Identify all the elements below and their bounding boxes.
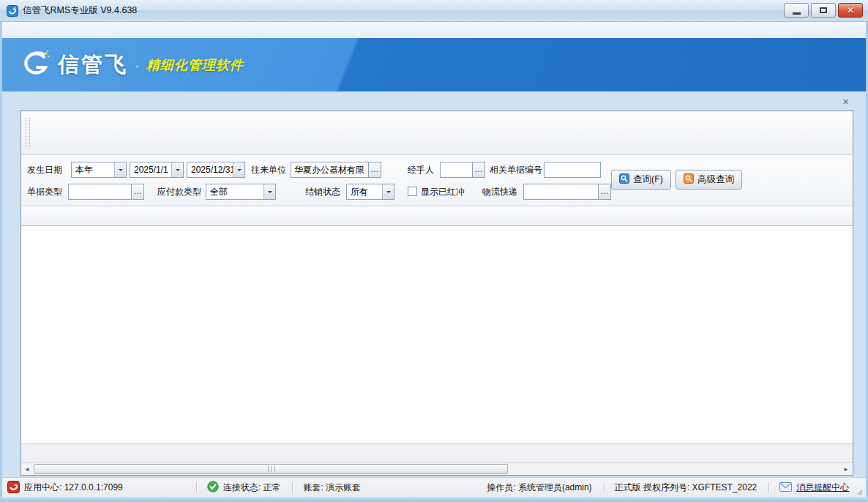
app-window: 信管飞RMS专业版 V9.4.638 ✕ 信管飞 · 精细化管理软件 × 发生日… bbox=[0, 0, 868, 502]
close-button[interactable]: ✕ bbox=[838, 3, 863, 18]
date-label: 发生日期 bbox=[27, 162, 62, 178]
status-divider bbox=[604, 482, 605, 493]
date-to-combo[interactable]: 2025/12/31 bbox=[187, 162, 245, 178]
tab-strip: × bbox=[20, 91, 853, 111]
status-divider bbox=[292, 482, 293, 493]
title-bar: 信管飞RMS专业版 V9.4.638 ✕ bbox=[0, 0, 868, 22]
payables-page: 发生日期 本年 2025/1/1 2025/12/31 往来单位 … 经手人 …… bbox=[20, 110, 853, 476]
resize-grip-icon[interactable]: ◢ bbox=[856, 486, 862, 498]
hero-banner: 信管飞 · 精细化管理软件 bbox=[2, 38, 866, 91]
status-divider bbox=[196, 482, 197, 493]
app-logo-icon bbox=[7, 5, 18, 17]
doc-type-field: … bbox=[68, 184, 144, 200]
close-icon: ✕ bbox=[847, 6, 854, 15]
advanced-search-icon bbox=[684, 173, 694, 186]
ref-no-label: 相关单据编号 bbox=[490, 162, 542, 178]
account-set-status: 账套: 演示账套 bbox=[303, 482, 361, 494]
minimize-button[interactable] bbox=[784, 3, 809, 18]
logistics-input[interactable] bbox=[523, 184, 598, 200]
scrollbar-grip-icon bbox=[268, 466, 274, 472]
doc-type-browse-button[interactable]: … bbox=[131, 184, 144, 200]
doc-type-input[interactable] bbox=[68, 184, 131, 200]
show-red-flush-checkbox[interactable] bbox=[408, 187, 417, 196]
connection-ok-icon bbox=[207, 481, 219, 495]
app-center-logo-icon bbox=[7, 481, 20, 495]
license-status: 正式版 授权序列号: XGFTEST_2022 bbox=[615, 482, 757, 494]
chevron-down-icon[interactable] bbox=[233, 162, 244, 177]
vendor-label: 往来单位 bbox=[251, 162, 286, 178]
message-center-link[interactable]: 消息提醒中心 bbox=[779, 482, 849, 494]
tabstrip-close-icon[interactable]: × bbox=[838, 94, 853, 108]
scrollbar-thumb[interactable] bbox=[34, 464, 508, 474]
logistics-label: 物流快递 bbox=[482, 184, 517, 200]
chevron-down-icon[interactable] bbox=[263, 184, 275, 199]
status-bar: 应用中心: 127.0.0.1:7099 连接状态: 正常 账套: 演示账套 操… bbox=[2, 477, 866, 498]
date-to-value: 2025/12/31 bbox=[187, 162, 233, 177]
app-center-status: 应用中心: 127.0.0.1:7099 bbox=[7, 481, 123, 495]
brand: 信管飞 · 精细化管理软件 bbox=[20, 50, 244, 80]
menu-bar bbox=[2, 22, 866, 38]
payable-type-combo[interactable]: 全部 bbox=[206, 184, 276, 200]
window-border-bottom bbox=[0, 498, 868, 502]
account-set-text: 账套: 演示账套 bbox=[303, 482, 361, 494]
chevron-down-icon[interactable] bbox=[382, 184, 394, 199]
filter-panel: 发生日期 本年 2025/1/1 2025/12/31 往来单位 … 经手人 …… bbox=[21, 155, 853, 206]
operator-status: 操作员: 系统管理员(admin) bbox=[487, 482, 591, 494]
search-icon bbox=[619, 173, 629, 186]
advanced-query-button[interactable]: 高级查询 bbox=[676, 170, 742, 190]
horizontal-scrollbar[interactable]: ◄ ► bbox=[21, 462, 853, 475]
date-preset-value: 本年 bbox=[72, 162, 114, 177]
connection-status: 连接状态: 正常 bbox=[207, 481, 281, 495]
scroll-left-arrow-icon[interactable]: ◄ bbox=[21, 464, 33, 475]
grid-totals-row bbox=[21, 443, 853, 462]
handler-label: 经手人 bbox=[408, 162, 434, 178]
envelope-icon bbox=[779, 482, 792, 494]
doc-type-label: 单据类型 bbox=[27, 184, 62, 200]
chevron-down-icon[interactable] bbox=[171, 162, 183, 177]
settle-status-label: 结销状态 bbox=[305, 184, 340, 200]
grid-header-row bbox=[21, 206, 853, 226]
toolbar-grip[interactable] bbox=[26, 118, 30, 149]
message-center-text: 消息提醒中心 bbox=[796, 482, 849, 494]
grid-body bbox=[21, 206, 853, 443]
page-toolbar bbox=[21, 111, 853, 155]
settle-status-combo[interactable]: 所有 bbox=[346, 184, 394, 200]
date-from-combo[interactable]: 2025/1/1 bbox=[130, 162, 184, 178]
app-center-text: 应用中心: 127.0.0.1:7099 bbox=[24, 482, 123, 494]
payable-type-label: 应付款类型 bbox=[157, 184, 201, 200]
window-controls: ✕ bbox=[784, 3, 863, 18]
handler-browse-button[interactable]: … bbox=[472, 162, 485, 178]
brand-name: 信管飞 bbox=[58, 50, 128, 80]
settle-status-value: 所有 bbox=[347, 184, 382, 199]
query-button[interactable]: 查询(F) bbox=[611, 170, 671, 190]
date-from-value: 2025/1/1 bbox=[130, 162, 171, 177]
window-border-left bbox=[0, 22, 2, 502]
vendor-input[interactable] bbox=[291, 162, 368, 178]
brand-separator: · bbox=[135, 57, 140, 74]
vendor-field: … bbox=[291, 162, 381, 178]
logistics-field: … bbox=[523, 184, 611, 200]
scroll-right-arrow-icon[interactable]: ► bbox=[840, 464, 852, 475]
handler-field: … bbox=[440, 162, 485, 178]
maximize-icon bbox=[820, 7, 827, 13]
query-button-label: 查询(F) bbox=[633, 173, 663, 186]
maximize-button[interactable] bbox=[811, 3, 836, 18]
payable-type-value: 全部 bbox=[206, 184, 263, 199]
status-divider bbox=[768, 482, 769, 493]
handler-input[interactable] bbox=[440, 162, 472, 178]
ref-no-input[interactable] bbox=[544, 162, 601, 178]
advanced-query-button-label: 高级查询 bbox=[697, 173, 734, 186]
show-red-flush-label: 显示已红冲 bbox=[421, 184, 465, 200]
brand-logo-icon bbox=[20, 50, 50, 80]
logistics-browse-button[interactable]: … bbox=[598, 184, 611, 200]
chevron-down-icon[interactable] bbox=[114, 162, 126, 177]
payables-grid: ◄ ► bbox=[21, 206, 853, 475]
license-text: 正式版 授权序列号: XGFTEST_2022 bbox=[615, 482, 757, 494]
brand-tagline: 精细化管理软件 bbox=[146, 56, 244, 74]
connection-text: 连接状态: 正常 bbox=[223, 482, 281, 494]
operator-text: 操作员: 系统管理员(admin) bbox=[487, 482, 591, 494]
date-preset-combo[interactable]: 本年 bbox=[71, 162, 127, 178]
minimize-icon bbox=[793, 12, 801, 15]
window-title: 信管飞RMS专业版 V9.4.638 bbox=[23, 4, 137, 17]
vendor-browse-button[interactable]: … bbox=[368, 162, 381, 178]
